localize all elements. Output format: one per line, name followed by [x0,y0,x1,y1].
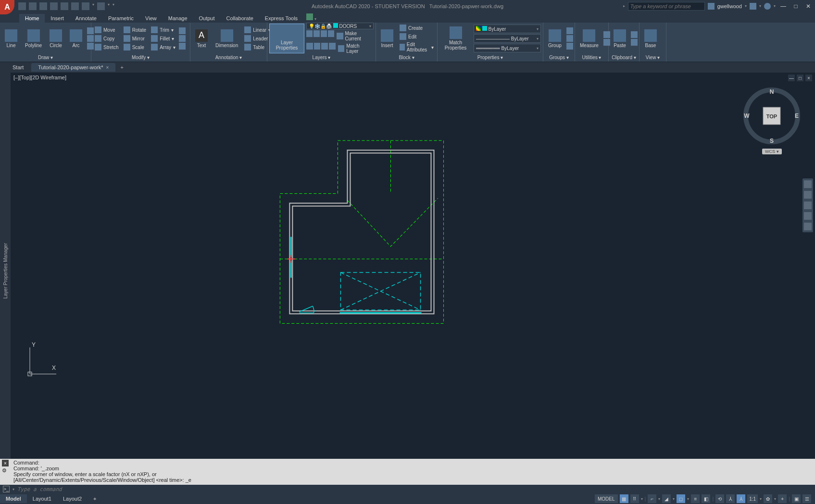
array-button[interactable]: Array ▾ [150,43,177,51]
redo-dropdown-icon[interactable]: ▾ [108,2,110,10]
qat-saveas-icon[interactable] [50,2,58,10]
transparency-icon[interactable]: ◧ [702,494,710,503]
qat-webplot-icon[interactable] [61,2,68,10]
color-dropdown[interactable]: ByLayer▾ [474,25,541,33]
offset-icon[interactable] [179,43,186,50]
polar-dd-icon[interactable]: ▾ [658,497,660,501]
cut-icon[interactable] [631,31,638,38]
create-block-button[interactable]: Create [398,24,435,32]
polyline-button[interactable]: Polyline [22,24,45,53]
tab-home[interactable]: Home [19,14,45,23]
circle-button[interactable]: Circle [47,24,65,53]
match-layer-button[interactable]: Match Layer [337,43,374,54]
isodraft-icon[interactable]: ◢ [662,494,671,503]
wcs-label[interactable]: WCS ▾ [762,149,782,154]
erase-icon[interactable] [179,27,186,34]
panel-clipboard-title[interactable]: Clipboard ▾ [611,54,637,61]
mirror-button[interactable]: Mirror [122,35,148,42]
text-button[interactable]: AText [192,24,211,53]
layout-model[interactable]: Model [0,494,27,503]
undo-dropdown-icon[interactable]: ▾ [92,2,94,10]
ws-dd-icon[interactable]: ▾ [774,497,776,501]
cmd-close-icon[interactable]: × [2,460,9,466]
cleanscreen-icon[interactable]: ▣ [792,494,801,503]
monitor-icon[interactable]: + [778,494,787,503]
measure-button[interactable]: Measure [577,24,602,53]
scale-button[interactable]: Scale [122,43,148,51]
edit-block-button[interactable]: Edit [398,33,435,40]
cmd-recent-icon[interactable]: ▾ [13,487,14,491]
layer-on-icon[interactable] [329,43,336,50]
command-input[interactable] [17,486,812,492]
base-button[interactable]: Base [641,24,660,53]
scale-dd-icon[interactable]: ▾ [760,497,762,501]
qat-customize-icon[interactable]: ▾ [113,2,114,10]
tab-view[interactable]: View [139,14,163,23]
lineweight-dropdown[interactable]: ——————— ByLayer▾ [474,34,541,43]
drawing-canvas[interactable]: [–][Top][2D Wireframe] — □ × [11,73,815,469]
cycling-icon[interactable]: ⟲ [715,494,724,503]
layer-uniso-icon[interactable] [314,43,321,50]
tab-insert[interactable]: Insert [45,14,70,23]
layer-dropdown[interactable]: 💡❄️🔒🖨️ DOORS▾ [306,23,374,29]
rotate-button[interactable]: Rotate [122,26,148,34]
tab-annotate[interactable]: Annotate [70,14,102,23]
tab-parametric[interactable]: Parametric [102,14,139,23]
panel-layers-title[interactable]: Layers ▾ [269,54,374,61]
viewcube[interactable]: TOP N S E W WCS ▾ [743,87,801,145]
snap-dd-icon[interactable]: ▾ [641,497,643,501]
move-button[interactable]: Move [93,26,120,34]
gear-icon[interactable]: ✿ [764,494,772,503]
panel-groups-title[interactable]: Groups ▾ [545,54,573,61]
group-edit-icon[interactable] [566,35,573,42]
tab-expresstools[interactable]: Express Tools [259,14,303,23]
user-dropdown-icon[interactable]: ▾ [745,4,747,8]
layer-freeze-icon[interactable] [313,30,320,37]
fillet-button[interactable]: Fillet ▾ [150,35,177,42]
ortho-icon[interactable]: ⌐ [648,494,656,503]
autodesk-app-icon[interactable] [750,3,756,10]
dimension-button[interactable]: Dimension [213,24,241,53]
help-search-input[interactable] [628,2,705,11]
layer-properties-palette-tab[interactable]: Layer Properties Manager [0,73,11,469]
nav-showmotion-icon[interactable] [804,223,812,230]
drawing-tab[interactable]: Tutorial-2020-papwer-work*× [31,63,115,72]
tab-featured-apps[interactable]: ▾ [303,12,319,23]
lineweight-icon[interactable]: ≡ [691,494,700,503]
layout-1[interactable]: Layout1 [27,494,57,503]
command-history[interactable]: × ⚙ Command: Command: '_.zoom Specify co… [0,459,815,485]
qat-plot-icon[interactable] [71,2,79,10]
trim-button[interactable]: Trim ▾ [150,26,177,34]
insert-button[interactable]: Insert [378,24,396,53]
model-space-button[interactable]: MODEL [595,494,618,503]
layer-lock-icon[interactable] [321,30,327,37]
make-current-button[interactable]: Make Current [335,30,374,42]
panel-utilities-title[interactable]: Utilities ▾ [577,54,606,61]
search-arrow-icon[interactable]: ▸ [623,4,625,8]
app-dropdown-icon[interactable]: ▾ [759,4,761,8]
annovisible-icon[interactable]: ⅄ [737,494,745,503]
tab-collaborate[interactable]: Collaborate [221,14,259,23]
annoscale-icon[interactable]: ⅄ [726,494,735,503]
scale-button[interactable]: 1:1 [747,494,758,503]
panel-annotation-title[interactable]: Annotation ▾ [192,54,265,61]
panel-properties-title[interactable]: Properties ▾ [439,54,541,61]
close-tab-icon[interactable]: × [106,65,109,70]
tab-output[interactable]: Output [193,14,221,23]
new-tab-button[interactable]: + [116,63,127,71]
cmd-customize-icon[interactable]: ⚙ [2,467,7,474]
layer-iso-icon[interactable] [306,43,313,50]
layer-properties-button[interactable]: Layer Properties [269,24,304,53]
ungroup-icon[interactable] [566,27,573,34]
qat-undo-icon[interactable] [82,2,89,10]
paste-button[interactable]: Paste [611,24,629,53]
layer-thaw-icon[interactable] [321,43,328,50]
panel-block-title[interactable]: Block ▾ [378,54,435,61]
start-tab[interactable]: Start [6,63,30,72]
qat-redo-icon[interactable] [97,2,105,10]
customize-status-icon[interactable]: ☰ [802,494,811,503]
qat-open-icon[interactable] [29,2,37,10]
close-button[interactable]: ✕ [803,2,813,10]
arc-button[interactable]: Arc [67,24,85,53]
layer-unlock-icon[interactable] [328,30,334,37]
